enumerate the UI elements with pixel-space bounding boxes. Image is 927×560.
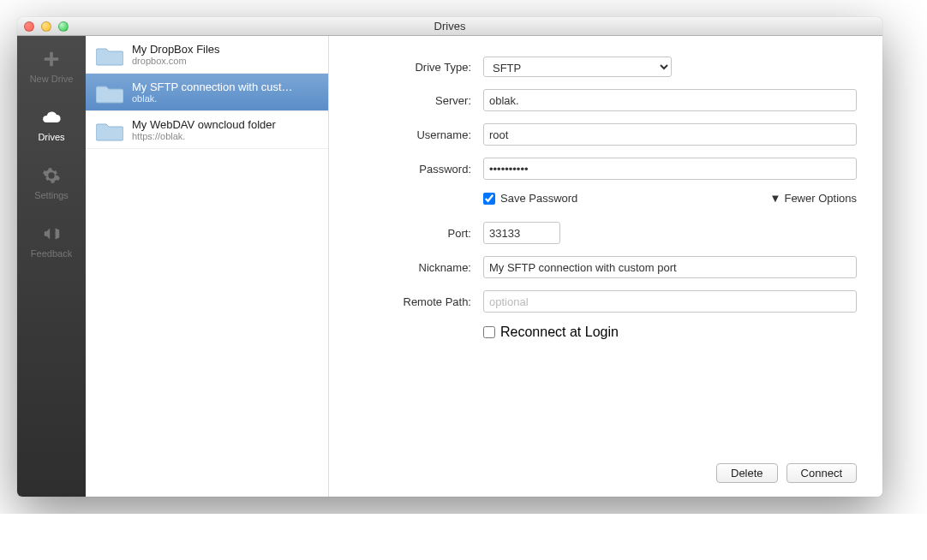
drive-title: My DropBox Files <box>132 43 220 56</box>
port-input[interactable] <box>483 222 560 244</box>
drive-list-item[interactable]: My SFTP connection with cust… oblak. <box>86 74 328 111</box>
label-password: Password: <box>338 163 483 176</box>
drive-title: My WebDAV owncloud folder <box>132 118 276 131</box>
drive-subtitle: https://oblak. <box>132 131 276 141</box>
gear-icon <box>40 164 63 187</box>
fewer-options-toggle[interactable]: ▼ Fewer Options <box>770 192 857 205</box>
save-password-checkbox[interactable]: Save Password <box>483 192 577 205</box>
sidebar: New Drive Drives Settings Feedback <box>17 36 86 497</box>
sidebar-item-label: Feedback <box>31 248 72 259</box>
cloud-icon <box>40 106 63 128</box>
label-username: Username: <box>338 128 483 141</box>
delete-button[interactable]: Delete <box>716 463 778 483</box>
label-nickname: Nickname: <box>338 261 483 274</box>
nickname-input[interactable] <box>483 256 857 278</box>
drive-list-item[interactable]: My DropBox Files dropbox.com <box>86 36 328 74</box>
label-port: Port: <box>338 227 483 240</box>
drive-subtitle: oblak. <box>132 93 293 104</box>
sidebar-item-label: New Drive <box>30 74 74 84</box>
drive-list: My DropBox Files dropbox.com My SFTP con… <box>86 36 329 497</box>
reconnect-label: Reconnect at Login <box>500 325 619 340</box>
window-body: New Drive Drives Settings Feedback <box>17 36 882 497</box>
drive-type-select[interactable]: SFTP <box>483 57 672 77</box>
remote-path-input[interactable] <box>483 290 857 313</box>
sidebar-item-drives[interactable]: Drives <box>17 103 86 146</box>
titlebar: Drives <box>17 17 882 36</box>
reconnect-input[interactable] <box>483 326 495 338</box>
plus-icon <box>40 48 63 70</box>
folder-icon <box>96 81 123 104</box>
username-input[interactable] <box>483 123 857 146</box>
label-server: Server: <box>338 94 483 107</box>
fewer-options-label: Fewer Options <box>784 192 857 205</box>
server-input[interactable] <box>483 89 857 111</box>
chevron-down-icon: ▼ <box>770 192 781 205</box>
window-title: Drives <box>17 20 882 33</box>
drive-list-item[interactable]: My WebDAV owncloud folder https://oblak. <box>86 111 328 149</box>
label-drive-type: Drive Type: <box>338 61 483 74</box>
save-password-label: Save Password <box>500 192 577 205</box>
password-input[interactable] <box>483 158 857 180</box>
sidebar-item-label: Settings <box>34 190 69 200</box>
sidebar-item-label: Drives <box>38 132 64 142</box>
drive-title: My SFTP connection with cust… <box>132 80 293 93</box>
drives-window: Drives New Drive Drives Settings <box>17 17 882 497</box>
svg-rect-1 <box>45 57 59 61</box>
save-password-input[interactable] <box>483 193 495 205</box>
sidebar-item-new-drive[interactable]: New Drive <box>17 45 86 87</box>
drive-subtitle: dropbox.com <box>132 56 220 66</box>
label-remote-path: Remote Path: <box>338 295 483 308</box>
sidebar-item-settings[interactable]: Settings <box>17 161 86 204</box>
connect-button[interactable]: Connect <box>786 463 857 483</box>
folder-icon <box>96 119 123 141</box>
drive-form: Drive Type: SFTP Server: Username: Passw… <box>329 36 882 497</box>
folder-icon <box>96 44 123 66</box>
sidebar-item-feedback[interactable]: Feedback <box>17 219 86 262</box>
megaphone-icon <box>40 223 63 245</box>
reconnect-checkbox[interactable]: Reconnect at Login <box>483 325 619 340</box>
